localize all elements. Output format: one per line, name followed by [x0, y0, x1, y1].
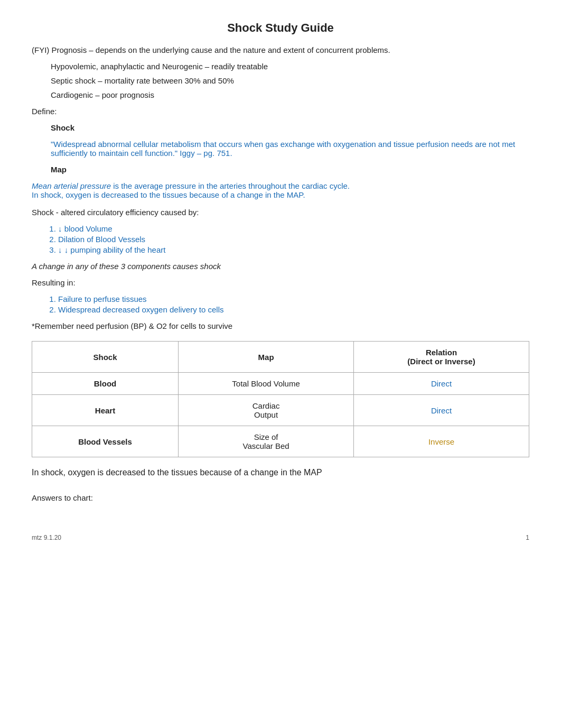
table-cell-blood-relation: Direct	[354, 373, 529, 395]
shock-heading: Shock	[51, 123, 529, 132]
resulting-list: Failure to perfuse tissues Widespread de…	[32, 294, 529, 314]
table-cell-heart-map: Cardiac Output	[179, 395, 354, 426]
map-desc-1: Mean arterial pressure is the average pr…	[32, 181, 529, 190]
resulting-in-label: Resulting in:	[32, 278, 529, 287]
page-title: Shock Study Guide	[32, 21, 529, 35]
table-header-relation: Relation (Direct or Inverse)	[354, 342, 529, 373]
table-row-heart: Heart Cardiac Output Direct	[32, 395, 529, 426]
page-footer: mtz 9.1.20 1	[32, 534, 529, 541]
footer-left: mtz 9.1.20	[32, 534, 61, 541]
map-desc-2: In shock, oxygen is decreased to the tis…	[32, 190, 529, 199]
map-description: Mean arterial pressure is the average pr…	[32, 181, 529, 199]
table-cell-blood-shock: Blood	[32, 373, 179, 395]
table-cell-vessels-relation: Inverse	[354, 426, 529, 457]
fyi-line: (FYI) Prognosis – depends on the underly…	[32, 45, 529, 54]
shock-causes-list: ↓ blood Volume Dilation of Blood Vessels…	[32, 224, 529, 254]
table-row-blood: Blood Total Blood Volume Direct	[32, 373, 529, 395]
table-cell-vessels-shock: Blood Vessels	[32, 426, 179, 457]
table-cell-heart-relation: Direct	[354, 395, 529, 426]
answers-label: Answers to chart:	[32, 493, 529, 502]
shock-map-table: Shock Map Relation (Direct or Inverse) B…	[32, 341, 529, 457]
prognosis-item-2: Septic shock – mortality rate between 30…	[51, 76, 529, 85]
table-row-blood-vessels: Blood Vessels Size of Vascular Bed Inver…	[32, 426, 529, 457]
shock-cause-3: ↓ ↓ pumping ability of the heart	[58, 245, 529, 254]
shock-caused-by: Shock - altered circulatory efficiency c…	[32, 208, 529, 217]
table-cell-vessels-map: Size of Vascular Bed	[179, 426, 354, 457]
prognosis-item-1: Hypovolemic, anaphylactic and Neurogenic…	[51, 62, 529, 71]
answers-section: Answers to chart:	[32, 493, 529, 502]
prognosis-item-3: Cardiogenic – poor prognosis	[51, 90, 529, 99]
remember-note: *Remember need perfusion (BP) & O2 for c…	[32, 321, 529, 330]
shock-quote: "Widespread abnormal cellular metabolism…	[51, 140, 529, 158]
resulting-item-2: Widespread decreased oxygen delivery to …	[58, 305, 529, 314]
resulting-item-1: Failure to perfuse tissues	[58, 294, 529, 303]
bottom-note: In shock, oxygen is decreased to the tis…	[32, 468, 529, 477]
shock-cause-2: Dilation of Blood Vessels	[58, 235, 529, 244]
change-note: A change in any of these 3 components ca…	[32, 262, 529, 271]
table-header-shock: Shock	[32, 342, 179, 373]
table-cell-blood-map: Total Blood Volume	[179, 373, 354, 395]
define-label: Define:	[32, 107, 529, 116]
shock-cause-1: ↓ blood Volume	[58, 224, 529, 233]
table-header-map: Map	[179, 342, 354, 373]
table-cell-heart-shock: Heart	[32, 395, 179, 426]
prognosis-list: Hypovolemic, anaphylactic and Neurogenic…	[51, 62, 529, 99]
footer-right: 1	[526, 534, 529, 541]
map-heading: Map	[51, 165, 529, 174]
